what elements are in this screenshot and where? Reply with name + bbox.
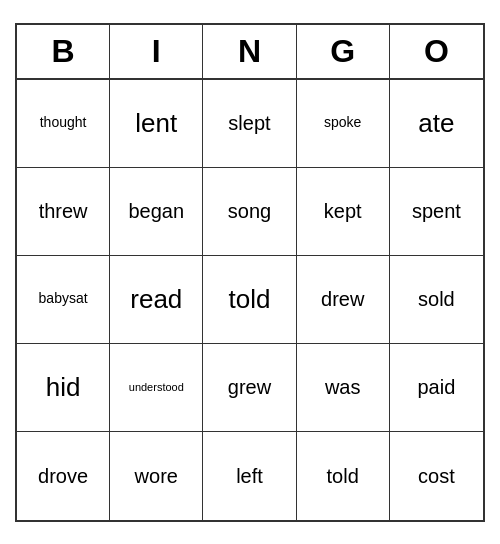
- bingo-cell: hid: [17, 344, 110, 432]
- bingo-cell: was: [297, 344, 390, 432]
- header-letter: B: [17, 25, 110, 78]
- cell-text: wore: [135, 465, 178, 487]
- cell-text: slept: [228, 112, 270, 134]
- bingo-cell: told: [203, 256, 296, 344]
- bingo-header: BINGO: [17, 25, 483, 80]
- cell-text: ate: [418, 109, 454, 138]
- bingo-cell: understood: [110, 344, 203, 432]
- cell-text: song: [228, 200, 271, 222]
- cell-text: grew: [228, 376, 271, 398]
- bingo-cell: lent: [110, 80, 203, 168]
- cell-text: read: [130, 285, 182, 314]
- bingo-cell: read: [110, 256, 203, 344]
- cell-text: babysat: [39, 291, 88, 306]
- cell-text: understood: [129, 381, 184, 393]
- cell-text: spent: [412, 200, 461, 222]
- bingo-cell: left: [203, 432, 296, 520]
- bingo-cell: paid: [390, 344, 483, 432]
- cell-text: paid: [417, 376, 455, 398]
- bingo-cell: spent: [390, 168, 483, 256]
- cell-text: thought: [40, 115, 87, 130]
- cell-text: told: [229, 285, 271, 314]
- header-letter: O: [390, 25, 483, 78]
- bingo-cell: threw: [17, 168, 110, 256]
- bingo-cell: song: [203, 168, 296, 256]
- bingo-cell: told: [297, 432, 390, 520]
- bingo-cell: ate: [390, 80, 483, 168]
- header-letter: I: [110, 25, 203, 78]
- cell-text: left: [236, 465, 263, 487]
- bingo-cell: kept: [297, 168, 390, 256]
- cell-text: sold: [418, 288, 455, 310]
- cell-text: kept: [324, 200, 362, 222]
- bingo-cell: thought: [17, 80, 110, 168]
- cell-text: cost: [418, 465, 455, 487]
- header-letter: G: [297, 25, 390, 78]
- bingo-cell: wore: [110, 432, 203, 520]
- header-letter: N: [203, 25, 296, 78]
- bingo-cell: spoke: [297, 80, 390, 168]
- cell-text: threw: [39, 200, 88, 222]
- bingo-cell: sold: [390, 256, 483, 344]
- bingo-cell: grew: [203, 344, 296, 432]
- bingo-cell: cost: [390, 432, 483, 520]
- bingo-card: BINGO thoughtlentsleptspokeatethrewbegan…: [15, 23, 485, 522]
- bingo-grid: thoughtlentsleptspokeatethrewbegansongke…: [17, 80, 483, 520]
- cell-text: hid: [46, 373, 81, 402]
- cell-text: spoke: [324, 115, 361, 130]
- cell-text: drew: [321, 288, 364, 310]
- bingo-cell: began: [110, 168, 203, 256]
- cell-text: began: [128, 200, 184, 222]
- bingo-cell: drove: [17, 432, 110, 520]
- bingo-cell: babysat: [17, 256, 110, 344]
- cell-text: lent: [135, 109, 177, 138]
- cell-text: told: [327, 465, 359, 487]
- bingo-cell: drew: [297, 256, 390, 344]
- cell-text: was: [325, 376, 361, 398]
- bingo-cell: slept: [203, 80, 296, 168]
- cell-text: drove: [38, 465, 88, 487]
